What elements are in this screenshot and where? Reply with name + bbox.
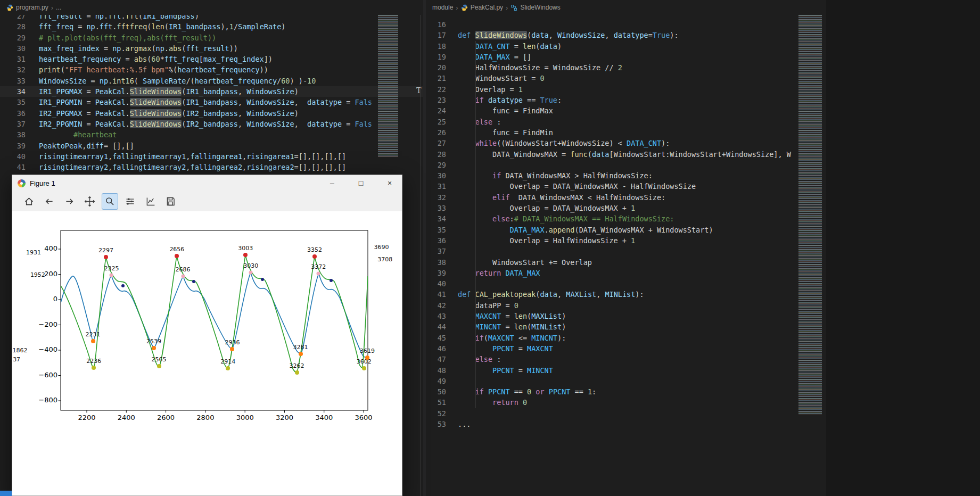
breadcrumb-root[interactable]: module [432, 4, 453, 11]
line-number[interactable]: 35 [0, 97, 26, 108]
line-number[interactable]: 20 [426, 62, 446, 73]
line-number[interactable]: 36 [0, 108, 26, 119]
data-point-dot [317, 272, 320, 276]
line-number[interactable]: 49 [426, 376, 446, 386]
figure-canvas[interactable]: 220024002600280030003200340036004002000−… [12, 211, 402, 495]
line-number[interactable]: 47 [426, 354, 446, 365]
line-number[interactable]: 17 [426, 30, 446, 40]
line-number[interactable]: 30 [0, 43, 26, 54]
line-number[interactable]: 16 [426, 19, 446, 30]
line-number[interactable]: 41 [0, 162, 26, 172]
line-number[interactable]: 44 [426, 321, 446, 332]
line-number[interactable]: 19 [426, 52, 446, 62]
line-number[interactable]: 46 [426, 343, 446, 354]
line-number[interactable]: 21 [426, 73, 446, 84]
maximize-button[interactable]: □ [349, 175, 373, 191]
line-number[interactable]: 51 [426, 397, 446, 408]
customize-tool-button[interactable] [142, 193, 159, 210]
code-line[interactable]: 39PeaktoPeak,diff= [],[] [0, 140, 423, 151]
line-number[interactable]: 26 [426, 127, 446, 138]
forward-tool-button[interactable] [61, 193, 78, 210]
line-number[interactable]: 28 [0, 21, 26, 32]
line-number[interactable]: 29 [0, 32, 26, 43]
home-tool-button[interactable] [21, 193, 37, 210]
line-number[interactable]: 48 [426, 365, 446, 376]
line-number[interactable]: 39 [426, 268, 446, 278]
line-number[interactable]: 45 [426, 333, 446, 343]
code-line[interactable]: 32print("FFT heartbeat:%.5f bpm"%(heartb… [0, 64, 423, 75]
back-tool-button[interactable] [41, 193, 57, 210]
line-number[interactable]: 24 [426, 105, 446, 116]
line-number[interactable]: 35 [426, 225, 446, 235]
pane-edge-line [421, 15, 421, 496]
line-number[interactable]: 27 [0, 15, 26, 21]
line-number[interactable]: 34 [426, 213, 446, 224]
annotation-label: 2297 [98, 247, 113, 254]
zoom-tool-button[interactable] [102, 193, 118, 210]
code-line[interactable]: 38 #heartbeat [0, 129, 423, 140]
data-point-dot [91, 339, 95, 343]
line-number[interactable]: 33 [426, 203, 446, 213]
line-number[interactable]: 30 [426, 170, 446, 181]
code-line[interactable]: 41risingtimearray2,fallingtimearray2,fal… [0, 162, 423, 172]
annotation-label: 2686 [176, 266, 191, 273]
save-tool-button[interactable] [162, 193, 179, 210]
line-number[interactable]: 34 [0, 86, 26, 97]
line-number[interactable]: 29 [426, 160, 446, 170]
code-line[interactable]: 31heartbeat_frequency = abs(60*fft_freq[… [0, 54, 423, 64]
line-number[interactable]: 31 [426, 181, 446, 192]
line-number[interactable]: 31 [0, 54, 26, 64]
pan-tool-button[interactable] [81, 193, 98, 210]
code-line[interactable]: 36IR2_PPGMAX = PeakCal.SlideWindows(IR2_… [0, 108, 423, 119]
code-text: fft_freq = np.fft.fftfreq(len(IR1_bandpa… [39, 21, 285, 32]
minimap[interactable] [798, 15, 822, 415]
annotation-label: 2914 [220, 358, 235, 365]
code-line[interactable]: 40risingtimearray1,fallingtimearray1,fal… [0, 151, 423, 162]
code-text: dataPP = 0 [458, 300, 518, 311]
line-number[interactable]: 52 [426, 408, 446, 419]
minimize-button[interactable]: – [320, 175, 344, 191]
code-text: DATA_MAX = [] [458, 52, 531, 62]
line-number[interactable]: 40 [426, 278, 446, 289]
code-line[interactable]: 37IR2_PPGMIN = PeakCal.SlideWindows(IR2_… [0, 119, 423, 129]
line-number[interactable]: 32 [426, 192, 446, 203]
line-number[interactable]: 38 [0, 129, 26, 140]
breadcrumb-file[interactable]: program.py [16, 4, 48, 11]
line-number[interactable]: 41 [426, 289, 446, 300]
line-number[interactable]: 39 [0, 140, 26, 151]
close-button[interactable]: × [377, 175, 402, 191]
code-line[interactable]: 33WindowsSize = np.int16( SampleRate/(he… [0, 76, 423, 86]
line-number[interactable]: 37 [0, 119, 26, 129]
line-number[interactable]: 27 [426, 138, 446, 148]
line-number[interactable]: 43 [426, 311, 446, 321]
code-line[interactable]: 28fft_freq = np.fft.fftfreq(len(IR1_band… [0, 21, 423, 32]
code-line[interactable]: 30max_freq_index = np.argmax(np.abs(fft_… [0, 43, 423, 54]
line-number[interactable]: 18 [426, 41, 446, 52]
code-text: else:# DATA_WindowsMAX == HalfWindowsSiz… [458, 213, 674, 224]
line-number[interactable]: 42 [426, 300, 446, 311]
code-text: def CAL_peaktopeak(data, MAXList, MINLis… [458, 289, 644, 300]
line-number[interactable]: 37 [426, 246, 446, 257]
subplots-tool-button[interactable] [122, 193, 138, 210]
line-number[interactable]: 53 [426, 419, 446, 429]
figure-titlebar[interactable]: Figure 1 – □ × [12, 175, 402, 191]
line-number[interactable]: 22 [426, 84, 446, 95]
minimap[interactable] [378, 15, 398, 158]
breadcrumb-symbol[interactable]: SlideWindows [520, 4, 560, 11]
line-number[interactable]: 23 [426, 95, 446, 105]
breadcrumb-file[interactable]: PeakCal.py [471, 4, 503, 11]
breadcrumb-ellipsis[interactable]: ... [56, 4, 61, 11]
code-line[interactable]: 35IR1_PPGMIN = PeakCal.SlideWindows(IR1_… [0, 97, 423, 108]
code-line[interactable]: 29# plt.plot(abs(fft_freq),abs(fft_resul… [0, 32, 423, 43]
line-number[interactable]: 38 [426, 257, 446, 268]
line-number[interactable]: 40 [0, 151, 26, 162]
line-number[interactable]: 32 [0, 64, 26, 75]
line-number[interactable]: 36 [426, 235, 446, 246]
data-point-dot [295, 370, 299, 375]
code-line[interactable]: 34IR1_PPGMAX = PeakCal.SlideWindows(IR1_… [0, 86, 423, 97]
line-number[interactable]: 28 [426, 149, 446, 160]
line-number[interactable]: 33 [0, 76, 26, 86]
line-number[interactable]: 50 [426, 386, 446, 397]
line-number[interactable]: 25 [426, 117, 446, 127]
code-line[interactable]: 27fft_result = np.fft.fft(IR1_bandpass) [0, 15, 423, 21]
